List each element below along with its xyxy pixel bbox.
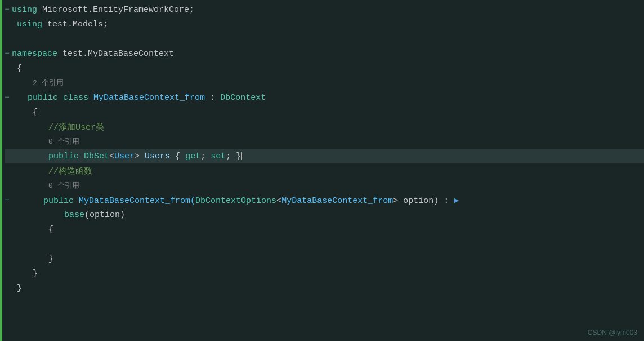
line-19: }	[5, 266, 644, 281]
code-text: }	[33, 269, 38, 278]
fold-icon-14[interactable]: −	[5, 196, 10, 205]
fold-icon-7[interactable]: −	[5, 93, 10, 103]
line-18: }	[5, 251, 644, 266]
ref-count-13: 0 个引用	[48, 180, 79, 191]
line-15: base(option)	[5, 207, 644, 222]
code-editor: − using Microsoft.EntityFrameworkCore; u…	[0, 0, 644, 341]
line-20: }	[5, 281, 644, 295]
code-area[interactable]: − using Microsoft.EntityFrameworkCore; u…	[0, 0, 644, 341]
fold-icon-4[interactable]: −	[5, 49, 10, 59]
ref-count-6: 2 个引用	[33, 78, 64, 88]
line-16: {	[5, 222, 644, 237]
line-9: //添加User类	[5, 119, 644, 134]
line-11: public DbSet<User> Users { get; set; }	[5, 149, 644, 163]
code-text: }	[17, 284, 22, 293]
line-1: − using Microsoft.EntityFrameworkCore;	[5, 2, 644, 17]
code-text: {	[48, 225, 53, 234]
line-8: {	[5, 105, 644, 119]
line-12: //构造函数	[5, 163, 644, 178]
watermark: CSDN @lym003	[588, 329, 637, 336]
fold-icon-1[interactable]: −	[5, 5, 10, 15]
code-text: base(option)	[64, 210, 125, 220]
code-text: //构造函数	[48, 166, 92, 176]
code-lines-container: − using Microsoft.EntityFrameworkCore; u…	[0, 2, 644, 339]
line-6: 2 个引用	[5, 76, 644, 90]
line-13: 0 个引用	[5, 178, 644, 193]
code-text: public class MyDataBaseContext_from : Db…	[28, 93, 266, 103]
line-10: 0 个引用	[5, 134, 644, 149]
line-17	[5, 237, 644, 251]
code-text: using Microsoft.EntityFrameworkCore;	[12, 5, 194, 15]
line-3	[5, 32, 644, 46]
code-text: public MyDataBaseContext_from(DbContextO…	[43, 195, 459, 206]
line-2: using test.Models;	[5, 17, 644, 32]
line-5: {	[5, 61, 644, 76]
code-text: using test.Models;	[17, 20, 108, 29]
ref-count-10: 0 个引用	[48, 136, 79, 147]
line-14: − public MyDataBaseContext_from(DbContex…	[5, 193, 644, 207]
code-text: namespace test.MyDataBaseContext	[12, 49, 174, 59]
code-text: //添加User类	[48, 122, 104, 132]
line-4: − namespace test.MyDataBaseContext	[5, 46, 644, 61]
code-text: {	[17, 64, 22, 73]
cursor	[241, 152, 242, 160]
line-7: − public class MyDataBaseContext_from : …	[5, 90, 644, 105]
code-text: public DbSet<User> Users { get; set; }	[48, 152, 242, 161]
code-text: }	[48, 254, 53, 264]
code-text: {	[33, 108, 38, 117]
